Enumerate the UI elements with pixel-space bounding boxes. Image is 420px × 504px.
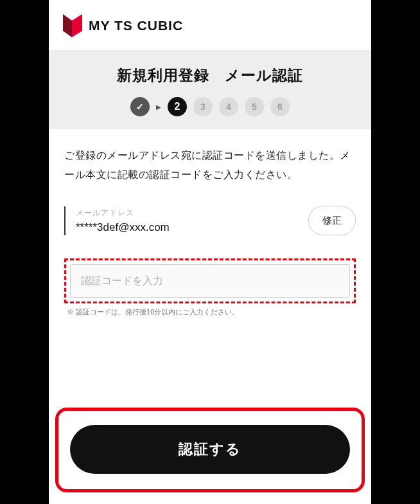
chevron-right-icon: ▶: [156, 104, 161, 111]
code-input-highlight: [64, 258, 356, 303]
step-2-current: 2: [168, 97, 187, 116]
step-6: 6: [270, 97, 290, 116]
brand-logo-icon: [63, 14, 82, 37]
submit-auth-button[interactable]: 認証する: [70, 425, 350, 474]
action-highlight-box: 認証する: [55, 408, 365, 492]
email-value: *****3def@xxx.com: [76, 221, 299, 234]
email-label: メールアドレス: [76, 208, 299, 219]
app-frame: MY TS CUBIC 新規利用登録 メール認証 ✓ ▶ 2 3 4 5 6 ご…: [49, 0, 371, 504]
check-icon: ✓: [136, 102, 144, 112]
edit-email-button[interactable]: 修正: [308, 206, 356, 235]
main-content: ご登録のメールアドレス宛に認証コードを送信しました。メール本文に記載の認証コード…: [49, 129, 371, 399]
instruction-text: ご登録のメールアドレス宛に認証コードを送信しました。メール本文に記載の認証コード…: [64, 146, 356, 184]
email-block: メールアドレス *****3def@xxx.com: [64, 206, 299, 235]
svg-marker-0: [63, 14, 72, 37]
auth-code-input[interactable]: [70, 264, 350, 298]
step-1-done: ✓: [130, 97, 150, 116]
brand-title: MY TS CUBIC: [89, 18, 183, 33]
step-3: 3: [193, 97, 213, 116]
step-5: 5: [245, 97, 264, 116]
svg-marker-1: [72, 14, 82, 37]
email-row: メールアドレス *****3def@xxx.com 修正: [64, 206, 356, 235]
app-header: MY TS CUBIC: [49, 0, 371, 50]
step-4: 4: [219, 97, 238, 116]
title-bar: 新規利用登録 メール認証 ✓ ▶ 2 3 4 5 6: [49, 50, 371, 129]
page-title: 新規利用登録 メール認証: [49, 66, 371, 86]
step-indicator: ✓ ▶ 2 3 4 5 6: [49, 97, 371, 116]
code-note: ※ 認証コードは、発行後10分以内にご入力ください。: [64, 307, 356, 317]
